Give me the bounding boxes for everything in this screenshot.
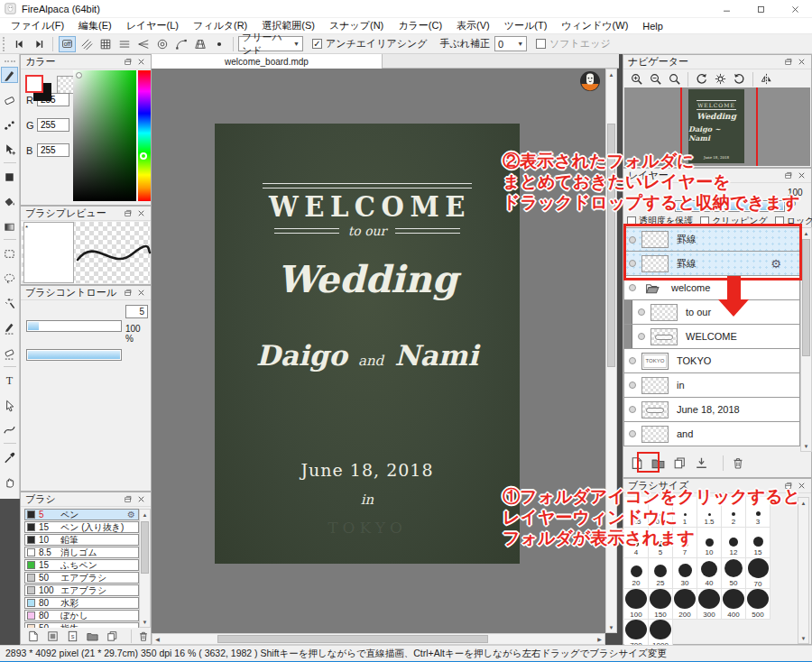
layer-row[interactable]: in [623, 373, 800, 398]
curve-tool[interactable] [1, 422, 18, 438]
scrollbar-thumb[interactable] [802, 239, 810, 356]
menu-item-8[interactable]: 表示(V) [449, 17, 497, 34]
scrollbar-thumb[interactable] [141, 521, 149, 574]
toolbar-drag-handle[interactable] [3, 37, 7, 51]
minimize-button[interactable] [709, 0, 743, 18]
brush-size-cell[interactable]: 70 [746, 558, 770, 589]
close-icon[interactable] [136, 494, 146, 504]
antialiasing-checkbox[interactable]: ✓ [312, 39, 322, 49]
scrollbar-thumb[interactable] [217, 635, 488, 643]
undo-button[interactable] [11, 36, 28, 52]
pen-tool[interactable] [1, 67, 18, 83]
layer-row[interactable]: to our [623, 300, 800, 325]
zoom-out-button[interactable] [649, 72, 662, 86]
float-panel-icon[interactable] [123, 288, 133, 298]
layer-visibility-icon[interactable] [629, 430, 636, 437]
menu-item-1[interactable]: ファイル(F) [4, 17, 71, 34]
layer-visibility-icon[interactable] [629, 284, 636, 291]
maximize-button[interactable] [743, 0, 778, 18]
scroll-down-icon[interactable]: ▼ [606, 622, 616, 632]
brush-item[interactable]: 80ぼかし [24, 610, 139, 621]
brush-size-cell[interactable]: 20 [624, 558, 649, 589]
saturation-value-picker[interactable] [73, 70, 136, 201]
float-panel-icon[interactable] [783, 57, 793, 67]
move-tool[interactable] [1, 141, 18, 157]
brush-size-slider[interactable] [26, 320, 122, 332]
float-panel-icon[interactable] [123, 494, 133, 504]
close-icon[interactable] [136, 57, 146, 67]
rotate-left-button[interactable] [695, 72, 708, 86]
brush-item[interactable]: 50指先 [24, 622, 139, 628]
operation-tool[interactable] [1, 397, 18, 413]
layer-visibility-icon[interactable] [638, 333, 645, 340]
add-image-brush-button[interactable] [46, 630, 60, 643]
transparent-color-swatch[interactable] [57, 76, 75, 94]
scroll-left-icon[interactable]: ◀ [152, 634, 162, 644]
alpaca-mascot-icon[interactable] [579, 70, 601, 92]
menu-item-6[interactable]: スナップ(N) [322, 17, 391, 34]
snap-vanish-button[interactable] [134, 36, 152, 52]
delete-brush-button[interactable] [131, 630, 150, 643]
brush-size-cell[interactable]: 300 [697, 589, 722, 620]
brush-item[interactable]: 15ふちペン [24, 559, 139, 571]
delete-layer-button[interactable] [723, 455, 745, 471]
layer-visibility-icon[interactable] [638, 308, 645, 316]
stroke-mode-select[interactable]: フリーハンド▼ [238, 36, 303, 51]
rotate-right-button[interactable] [733, 72, 746, 86]
lasso-tool[interactable] [1, 271, 18, 287]
menu-item-3[interactable]: レイヤー(L) [119, 17, 186, 34]
layer-row[interactable]: TOKYOTOKYO [623, 349, 800, 373]
duplicate-brush-button[interactable] [106, 630, 119, 643]
duplicate-layer-button[interactable] [672, 455, 687, 471]
snap-grid-button[interactable] [97, 36, 114, 52]
menu-item-7[interactable]: カラー(C) [391, 17, 449, 34]
text-tool[interactable]: T [1, 372, 18, 389]
scroll-up-icon[interactable]: ▲ [606, 69, 616, 79]
brush-size-cell[interactable]: 400 [722, 589, 746, 620]
snap-parallel-button[interactable] [78, 36, 95, 52]
brush-item[interactable]: 100エアブラシ [24, 584, 139, 596]
foreground-color-swatch[interactable] [25, 75, 43, 93]
zoom-reset-button[interactable] [668, 72, 681, 86]
b-input[interactable] [37, 143, 69, 157]
gradient-tool[interactable] [1, 218, 18, 234]
brush-size-cell[interactable]: 500 [746, 589, 770, 620]
brush-size-cell[interactable]: 25 [649, 558, 673, 589]
brush-size-cell[interactable]: 30 [673, 558, 697, 589]
scroll-down-icon[interactable]: ▼ [798, 633, 808, 643]
layer-visibility-icon[interactable] [629, 406, 636, 413]
scroll-down-icon[interactable]: ▼ [140, 617, 150, 627]
bucket-tool[interactable] [1, 193, 18, 209]
hue-bar[interactable] [138, 70, 151, 201]
brush-size-cell[interactable]: 50 [722, 558, 746, 589]
merge-layer-button[interactable] [694, 455, 709, 471]
magic-wand-tool[interactable] [1, 295, 18, 311]
close-icon[interactable] [136, 208, 146, 218]
brush-list-scrollbar[interactable]: ▲ ▼ [139, 509, 151, 628]
add-script-brush-button[interactable]: s [66, 630, 79, 643]
scroll-up-icon[interactable]: ▲ [801, 228, 811, 238]
brush-size-cell[interactable]: 100 [624, 589, 649, 620]
soft-edge-checkbox[interactable] [536, 39, 546, 49]
stabilizer-select[interactable]: 0▼ [494, 36, 527, 51]
close-button[interactable] [778, 0, 812, 18]
add-brush-button[interactable] [26, 630, 40, 643]
snap-perspective-button[interactable] [191, 36, 208, 52]
layer-row[interactable]: WELCOME [623, 325, 800, 349]
scroll-up-icon[interactable]: ▲ [140, 510, 150, 519]
layer-row[interactable]: and [623, 422, 800, 446]
hand-tool[interactable] [1, 474, 18, 491]
brush-size-cell[interactable]: 150 [649, 589, 673, 620]
brush-item[interactable]: 80水彩 [24, 597, 139, 609]
brush-settings-icon[interactable]: ⚙ [127, 510, 135, 519]
layer-visibility-icon[interactable] [629, 357, 636, 364]
menu-item-10[interactable]: ウィンドウ(W) [554, 17, 635, 34]
menu-item-9[interactable]: ツール(T) [497, 17, 555, 34]
float-panel-icon[interactable] [123, 208, 133, 218]
select-pen-tool[interactable] [1, 320, 18, 336]
document-tab[interactable]: welcome_board.mdp [152, 54, 383, 69]
close-icon[interactable] [797, 57, 807, 67]
dot-pen-tool[interactable] [1, 116, 18, 133]
toolstrip-drag-handle[interactable] [5, 60, 15, 62]
zoom-in-button[interactable] [630, 72, 643, 86]
